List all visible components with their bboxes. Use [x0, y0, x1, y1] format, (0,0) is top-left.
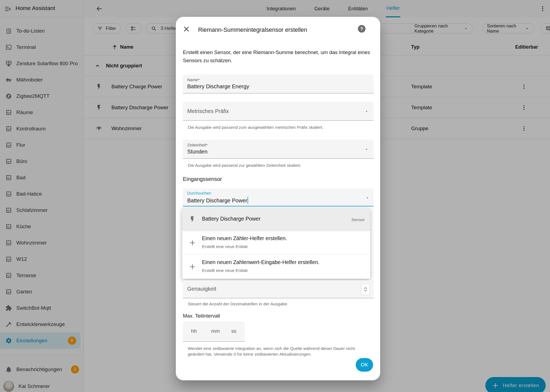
precision-field[interactable]: Genauigkeit — [183, 280, 374, 298]
dropdown-option-new-number[interactable]: Einen neuen Zahlenwert-Eingabe-Helfer er… — [182, 254, 370, 279]
metric-prefix-helper: Die Ausgabe wird passend zum ausgewählte… — [188, 125, 323, 130]
chevron-down-icon — [364, 147, 369, 152]
dialog-title: Riemann-Summenintegralsensor erstellen — [198, 27, 307, 33]
create-riemann-sensor-dialog: Riemann-Summenintegralsensor erstellen ?… — [176, 17, 380, 380]
plus-icon — [189, 263, 196, 270]
option-type-badge: Sensor — [351, 217, 365, 222]
dropdown-option-new-counter[interactable]: Einen neuen Zähler-Helfer erstellen. Ers… — [182, 231, 370, 254]
entity-picker-dropdown: Battery Discharge Power Sensor Einen neu… — [182, 208, 370, 279]
help-icon[interactable]: ? — [357, 24, 366, 33]
metric-prefix-select[interactable]: Metrisches Präfix — [183, 102, 374, 121]
max-sub-interval-helper: Wendet eine zeitbasierte Integration an,… — [188, 346, 370, 357]
app-root: Home Assistant To-do-Listen Terminal Zen… — [0, 0, 550, 392]
input-sensor-heading: Eingangssensor — [183, 176, 222, 182]
duration-input[interactable]: hh mm ss — [183, 322, 245, 342]
max-sub-interval-label: Max. Teilintervall — [183, 313, 220, 319]
time-unit-select[interactable]: Zeiteinheit* Stunden — [183, 140, 374, 159]
number-stepper[interactable] — [361, 284, 370, 295]
flash-icon — [189, 216, 196, 223]
name-field[interactable]: Name* Battery Discharge Energy — [183, 74, 374, 93]
minutes-field[interactable]: mm — [211, 328, 220, 334]
dialog-description: Erstellt einen Sensor, der eine Riemann-… — [183, 48, 371, 65]
text-cursor — [248, 197, 248, 204]
chevron-down-icon — [364, 109, 369, 114]
entity-picker-input[interactable]: Durchsuchen Battery Discharge Power — [183, 189, 374, 206]
dropdown-option-selected[interactable]: Battery Discharge Power Sensor — [182, 208, 370, 231]
close-icon[interactable] — [182, 25, 190, 33]
hours-field[interactable]: hh — [191, 328, 197, 334]
ok-button[interactable]: OK — [356, 358, 373, 372]
svg-text:?: ? — [360, 26, 363, 32]
chevron-up-icon[interactable] — [365, 195, 370, 200]
precision-helper: Steuert die Anzahl der Dezimalstellen in… — [188, 302, 288, 306]
seconds-field[interactable]: ss — [231, 328, 236, 334]
time-unit-helper: Die Ausgabe wird passend zur gewählten Z… — [188, 163, 301, 168]
plus-icon — [189, 239, 196, 246]
